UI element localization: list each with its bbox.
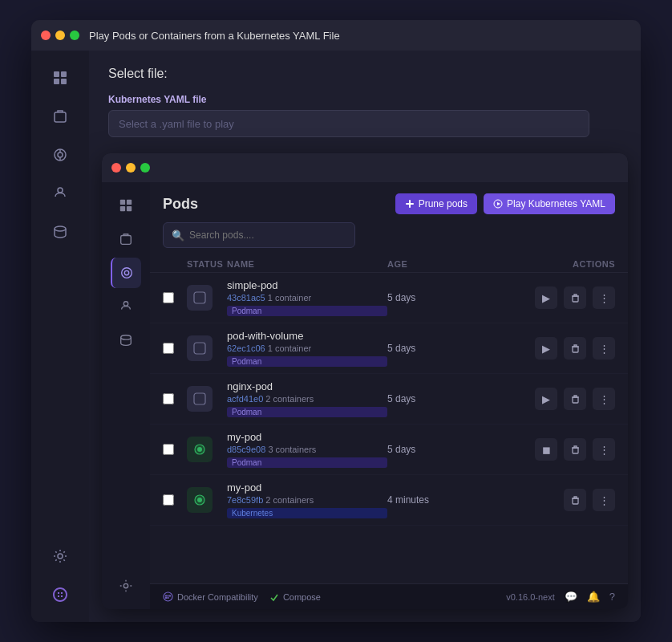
more-button[interactable]: ⋮ (593, 438, 615, 461)
minimize-button[interactable] (55, 30, 65, 40)
pod-status-icon (187, 285, 213, 311)
pods-table: simple-pod 43c81ac5 1 container Podman 5… (150, 273, 628, 583)
pod-id: 7e8c59fb 2 containers (227, 495, 387, 505)
inner-sidebar (102, 182, 150, 609)
more-button[interactable]: ⋮ (593, 337, 615, 360)
svg-point-17 (122, 268, 132, 278)
play-button[interactable]: ▶ (535, 388, 557, 410)
svg-rect-28 (573, 296, 578, 302)
inner-window: Pods Prune pods Play Kubernetes YAML (102, 153, 628, 609)
outer-title-bar: Play Pods or Containers from a Kubernete… (31, 20, 641, 51)
inner-layout: Pods Prune pods Play Kubernetes YAML (102, 182, 628, 609)
inner-sidebar-volumes[interactable] (111, 325, 141, 356)
delete-button[interactable] (564, 388, 586, 410)
pods-panel: Pods Prune pods Play Kubernetes YAML (150, 182, 628, 609)
delete-button[interactable] (564, 438, 586, 461)
svg-marker-25 (497, 202, 500, 205)
play-yaml-button[interactable]: Play Kubernetes YAML (484, 193, 615, 214)
pod-age: 5 days (387, 343, 519, 354)
svg-point-11 (58, 554, 63, 559)
window-title: Play Pods or Containers from a Kubernete… (89, 30, 340, 42)
inner-sidebar-containers[interactable] (111, 224, 141, 254)
table-row: pod-with-volume 62ec1c06 1 container Pod… (150, 323, 628, 374)
svg-rect-2 (54, 79, 59, 84)
pod-actions: ◼ ⋮ (519, 438, 615, 461)
pod-id: d85c9e08 3 containers (227, 445, 387, 454)
sidebar-icon-volumes[interactable] (43, 214, 78, 250)
pod-status-icon (187, 386, 213, 412)
yaml-label: Kubernetes YAML file (108, 94, 621, 105)
svg-rect-12 (120, 200, 125, 205)
more-button[interactable]: ⋮ (593, 388, 615, 410)
svg-point-10 (55, 226, 66, 231)
pod-info: nginx-pod acfd41e0 2 containers Podman (227, 380, 387, 417)
svg-rect-1 (61, 71, 67, 77)
play-yaml-button-label: Play Kubernetes YAML (507, 198, 605, 209)
row-checkbox[interactable] (163, 393, 174, 404)
pod-actions: ▶ ⋮ (519, 388, 615, 410)
svg-rect-32 (573, 397, 578, 403)
compose-status[interactable]: Compose (269, 592, 321, 602)
row-checkbox[interactable] (163, 494, 174, 506)
svg-point-18 (124, 270, 128, 274)
chat-icon[interactable]: 💬 (565, 591, 577, 603)
inner-minimize-button[interactable] (126, 163, 136, 173)
pod-age: 5 days (387, 393, 519, 404)
delete-button[interactable] (564, 286, 586, 309)
inner-sidebar-images[interactable] (111, 291, 141, 322)
row-checkbox[interactable] (163, 292, 174, 303)
svg-point-6 (58, 152, 63, 157)
inner-sidebar-dashboard[interactable] (111, 190, 141, 221)
row-checkbox[interactable] (163, 343, 174, 354)
svg-point-9 (58, 188, 63, 193)
svg-rect-35 (573, 448, 578, 453)
pod-status-icon (187, 487, 213, 513)
sidebar-icon-dashboard[interactable] (43, 60, 78, 95)
pod-status-icon (187, 437, 213, 462)
table-row: nginx-pod acfd41e0 2 containers Podman 5… (150, 374, 628, 425)
close-button[interactable] (41, 30, 51, 40)
docker-compat-label: Docker Compatibility (177, 592, 258, 602)
delete-button[interactable] (564, 489, 586, 511)
status-left: Docker Compatibility Compose (163, 591, 321, 602)
pods-actions: Prune pods Play Kubernetes YAML (395, 193, 615, 214)
delete-button[interactable] (564, 337, 586, 360)
more-button[interactable]: ⋮ (593, 489, 615, 511)
outer-sidebar (31, 51, 89, 622)
stop-button[interactable]: ◼ (535, 438, 557, 461)
search-input-wrap[interactable]: 🔍 (163, 222, 355, 248)
svg-rect-31 (194, 393, 205, 404)
search-input[interactable] (189, 230, 346, 241)
play-button[interactable]: ▶ (535, 337, 557, 360)
inner-sidebar-settings[interactable] (111, 571, 141, 601)
play-button[interactable]: ▶ (535, 286, 557, 309)
help-icon[interactable]: ? (609, 591, 615, 603)
svg-rect-23 (409, 200, 411, 208)
inner-sidebar-pods[interactable] (111, 258, 141, 288)
bell-icon[interactable]: 🔔 (587, 591, 600, 603)
prune-pods-button[interactable]: Prune pods (395, 193, 477, 214)
inner-maximize-button[interactable] (140, 163, 150, 173)
maximize-button[interactable] (70, 30, 79, 40)
col-age: AGE (387, 259, 519, 269)
inner-close-button[interactable] (111, 163, 121, 173)
sidebar-icon-images[interactable] (43, 176, 78, 211)
svg-point-19 (123, 302, 128, 306)
svg-point-21 (123, 583, 128, 587)
sidebar-icon-docker-compat[interactable] (43, 577, 78, 612)
table-row: simple-pod 43c81ac5 1 container Podman 5… (150, 273, 628, 323)
yaml-file-input[interactable]: Select a .yaml file to play (108, 110, 589, 137)
col-status: STATUS (187, 259, 227, 269)
sidebar-icon-settings[interactable] (43, 538, 78, 574)
pod-actions: ▶ ⋮ (519, 286, 615, 309)
row-checkbox[interactable] (163, 444, 174, 455)
pod-actions: ⋮ (519, 489, 615, 511)
pods-header: Pods Prune pods Play Kubernetes YAML (150, 182, 628, 222)
inner-title-bar (102, 153, 628, 182)
svg-rect-42 (169, 595, 171, 597)
pod-age: 4 minutes (387, 494, 519, 506)
sidebar-icon-pods[interactable] (43, 137, 78, 173)
docker-compat-status[interactable]: Docker Compatibility (163, 591, 258, 602)
sidebar-icon-containers[interactable] (43, 99, 78, 134)
more-button[interactable]: ⋮ (593, 286, 615, 309)
